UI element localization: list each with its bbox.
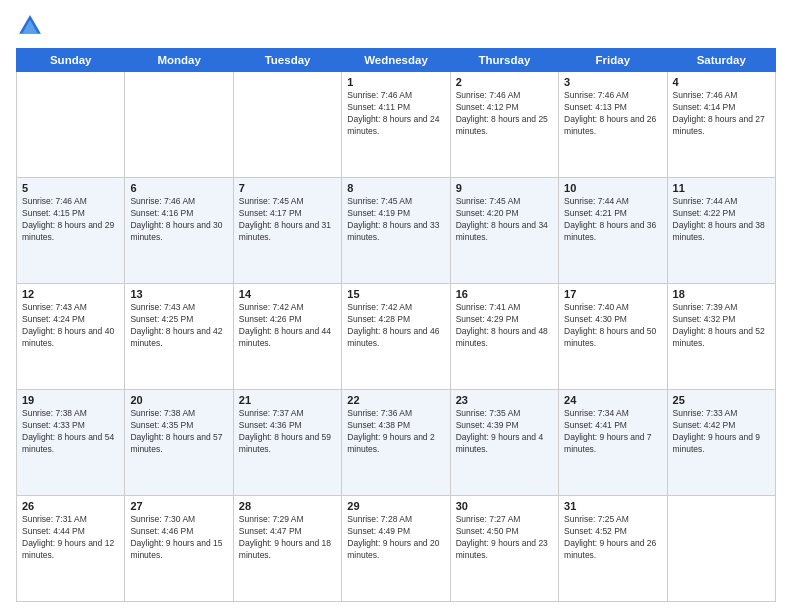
day-number: 28 bbox=[239, 500, 336, 512]
calendar-cell: 1Sunrise: 7:46 AM Sunset: 4:11 PM Daylig… bbox=[342, 72, 450, 178]
day-number: 5 bbox=[22, 182, 119, 194]
weekday-header: Friday bbox=[559, 49, 667, 72]
day-info: Sunrise: 7:28 AM Sunset: 4:49 PM Dayligh… bbox=[347, 514, 444, 562]
day-number: 11 bbox=[673, 182, 770, 194]
calendar-cell: 17Sunrise: 7:40 AM Sunset: 4:30 PM Dayli… bbox=[559, 284, 667, 390]
calendar-cell: 13Sunrise: 7:43 AM Sunset: 4:25 PM Dayli… bbox=[125, 284, 233, 390]
day-number: 15 bbox=[347, 288, 444, 300]
calendar-cell: 7Sunrise: 7:45 AM Sunset: 4:17 PM Daylig… bbox=[233, 178, 341, 284]
day-info: Sunrise: 7:36 AM Sunset: 4:38 PM Dayligh… bbox=[347, 408, 444, 456]
calendar-cell bbox=[125, 72, 233, 178]
calendar-cell: 20Sunrise: 7:38 AM Sunset: 4:35 PM Dayli… bbox=[125, 390, 233, 496]
day-info: Sunrise: 7:43 AM Sunset: 4:25 PM Dayligh… bbox=[130, 302, 227, 350]
day-number: 18 bbox=[673, 288, 770, 300]
calendar-week-row: 5Sunrise: 7:46 AM Sunset: 4:15 PM Daylig… bbox=[17, 178, 776, 284]
calendar-cell: 23Sunrise: 7:35 AM Sunset: 4:39 PM Dayli… bbox=[450, 390, 558, 496]
day-info: Sunrise: 7:46 AM Sunset: 4:15 PM Dayligh… bbox=[22, 196, 119, 244]
day-info: Sunrise: 7:42 AM Sunset: 4:28 PM Dayligh… bbox=[347, 302, 444, 350]
calendar-cell: 30Sunrise: 7:27 AM Sunset: 4:50 PM Dayli… bbox=[450, 496, 558, 602]
calendar-header-row: SundayMondayTuesdayWednesdayThursdayFrid… bbox=[17, 49, 776, 72]
day-number: 4 bbox=[673, 76, 770, 88]
calendar-cell bbox=[17, 72, 125, 178]
day-info: Sunrise: 7:35 AM Sunset: 4:39 PM Dayligh… bbox=[456, 408, 553, 456]
day-info: Sunrise: 7:38 AM Sunset: 4:35 PM Dayligh… bbox=[130, 408, 227, 456]
calendar-cell: 28Sunrise: 7:29 AM Sunset: 4:47 PM Dayli… bbox=[233, 496, 341, 602]
day-number: 26 bbox=[22, 500, 119, 512]
calendar-cell: 6Sunrise: 7:46 AM Sunset: 4:16 PM Daylig… bbox=[125, 178, 233, 284]
calendar-cell: 2Sunrise: 7:46 AM Sunset: 4:12 PM Daylig… bbox=[450, 72, 558, 178]
day-number: 3 bbox=[564, 76, 661, 88]
day-info: Sunrise: 7:34 AM Sunset: 4:41 PM Dayligh… bbox=[564, 408, 661, 456]
calendar-cell: 22Sunrise: 7:36 AM Sunset: 4:38 PM Dayli… bbox=[342, 390, 450, 496]
day-number: 1 bbox=[347, 76, 444, 88]
calendar-cell: 27Sunrise: 7:30 AM Sunset: 4:46 PM Dayli… bbox=[125, 496, 233, 602]
calendar-cell bbox=[667, 496, 775, 602]
day-info: Sunrise: 7:46 AM Sunset: 4:12 PM Dayligh… bbox=[456, 90, 553, 138]
day-info: Sunrise: 7:46 AM Sunset: 4:14 PM Dayligh… bbox=[673, 90, 770, 138]
day-number: 24 bbox=[564, 394, 661, 406]
day-number: 30 bbox=[456, 500, 553, 512]
day-number: 22 bbox=[347, 394, 444, 406]
day-info: Sunrise: 7:45 AM Sunset: 4:19 PM Dayligh… bbox=[347, 196, 444, 244]
day-info: Sunrise: 7:44 AM Sunset: 4:21 PM Dayligh… bbox=[564, 196, 661, 244]
calendar-cell: 21Sunrise: 7:37 AM Sunset: 4:36 PM Dayli… bbox=[233, 390, 341, 496]
day-number: 19 bbox=[22, 394, 119, 406]
day-number: 17 bbox=[564, 288, 661, 300]
weekday-header: Wednesday bbox=[342, 49, 450, 72]
day-number: 9 bbox=[456, 182, 553, 194]
day-info: Sunrise: 7:44 AM Sunset: 4:22 PM Dayligh… bbox=[673, 196, 770, 244]
day-info: Sunrise: 7:25 AM Sunset: 4:52 PM Dayligh… bbox=[564, 514, 661, 562]
calendar-cell: 16Sunrise: 7:41 AM Sunset: 4:29 PM Dayli… bbox=[450, 284, 558, 390]
weekday-header: Sunday bbox=[17, 49, 125, 72]
page: SundayMondayTuesdayWednesdayThursdayFrid… bbox=[0, 0, 792, 612]
day-info: Sunrise: 7:46 AM Sunset: 4:16 PM Dayligh… bbox=[130, 196, 227, 244]
day-info: Sunrise: 7:33 AM Sunset: 4:42 PM Dayligh… bbox=[673, 408, 770, 456]
day-number: 6 bbox=[130, 182, 227, 194]
calendar-cell: 9Sunrise: 7:45 AM Sunset: 4:20 PM Daylig… bbox=[450, 178, 558, 284]
day-info: Sunrise: 7:29 AM Sunset: 4:47 PM Dayligh… bbox=[239, 514, 336, 562]
calendar-cell: 8Sunrise: 7:45 AM Sunset: 4:19 PM Daylig… bbox=[342, 178, 450, 284]
weekday-header: Saturday bbox=[667, 49, 775, 72]
day-info: Sunrise: 7:40 AM Sunset: 4:30 PM Dayligh… bbox=[564, 302, 661, 350]
day-info: Sunrise: 7:42 AM Sunset: 4:26 PM Dayligh… bbox=[239, 302, 336, 350]
day-number: 13 bbox=[130, 288, 227, 300]
weekday-header: Tuesday bbox=[233, 49, 341, 72]
day-number: 31 bbox=[564, 500, 661, 512]
calendar-cell: 26Sunrise: 7:31 AM Sunset: 4:44 PM Dayli… bbox=[17, 496, 125, 602]
calendar: SundayMondayTuesdayWednesdayThursdayFrid… bbox=[16, 48, 776, 602]
calendar-cell: 31Sunrise: 7:25 AM Sunset: 4:52 PM Dayli… bbox=[559, 496, 667, 602]
calendar-week-row: 26Sunrise: 7:31 AM Sunset: 4:44 PM Dayli… bbox=[17, 496, 776, 602]
day-number: 20 bbox=[130, 394, 227, 406]
day-info: Sunrise: 7:43 AM Sunset: 4:24 PM Dayligh… bbox=[22, 302, 119, 350]
day-number: 29 bbox=[347, 500, 444, 512]
logo bbox=[16, 12, 48, 40]
calendar-cell: 5Sunrise: 7:46 AM Sunset: 4:15 PM Daylig… bbox=[17, 178, 125, 284]
day-number: 25 bbox=[673, 394, 770, 406]
calendar-cell: 3Sunrise: 7:46 AM Sunset: 4:13 PM Daylig… bbox=[559, 72, 667, 178]
calendar-cell: 24Sunrise: 7:34 AM Sunset: 4:41 PM Dayli… bbox=[559, 390, 667, 496]
logo-icon bbox=[16, 12, 44, 40]
calendar-cell: 29Sunrise: 7:28 AM Sunset: 4:49 PM Dayli… bbox=[342, 496, 450, 602]
day-info: Sunrise: 7:46 AM Sunset: 4:13 PM Dayligh… bbox=[564, 90, 661, 138]
calendar-cell: 18Sunrise: 7:39 AM Sunset: 4:32 PM Dayli… bbox=[667, 284, 775, 390]
day-number: 7 bbox=[239, 182, 336, 194]
day-info: Sunrise: 7:38 AM Sunset: 4:33 PM Dayligh… bbox=[22, 408, 119, 456]
day-info: Sunrise: 7:45 AM Sunset: 4:17 PM Dayligh… bbox=[239, 196, 336, 244]
day-number: 12 bbox=[22, 288, 119, 300]
header bbox=[16, 12, 776, 40]
day-number: 23 bbox=[456, 394, 553, 406]
calendar-cell: 4Sunrise: 7:46 AM Sunset: 4:14 PM Daylig… bbox=[667, 72, 775, 178]
day-number: 2 bbox=[456, 76, 553, 88]
day-number: 8 bbox=[347, 182, 444, 194]
day-info: Sunrise: 7:31 AM Sunset: 4:44 PM Dayligh… bbox=[22, 514, 119, 562]
day-info: Sunrise: 7:46 AM Sunset: 4:11 PM Dayligh… bbox=[347, 90, 444, 138]
day-info: Sunrise: 7:41 AM Sunset: 4:29 PM Dayligh… bbox=[456, 302, 553, 350]
day-info: Sunrise: 7:37 AM Sunset: 4:36 PM Dayligh… bbox=[239, 408, 336, 456]
calendar-week-row: 19Sunrise: 7:38 AM Sunset: 4:33 PM Dayli… bbox=[17, 390, 776, 496]
calendar-cell: 10Sunrise: 7:44 AM Sunset: 4:21 PM Dayli… bbox=[559, 178, 667, 284]
day-info: Sunrise: 7:27 AM Sunset: 4:50 PM Dayligh… bbox=[456, 514, 553, 562]
day-info: Sunrise: 7:45 AM Sunset: 4:20 PM Dayligh… bbox=[456, 196, 553, 244]
calendar-cell: 11Sunrise: 7:44 AM Sunset: 4:22 PM Dayli… bbox=[667, 178, 775, 284]
calendar-cell bbox=[233, 72, 341, 178]
day-info: Sunrise: 7:30 AM Sunset: 4:46 PM Dayligh… bbox=[130, 514, 227, 562]
